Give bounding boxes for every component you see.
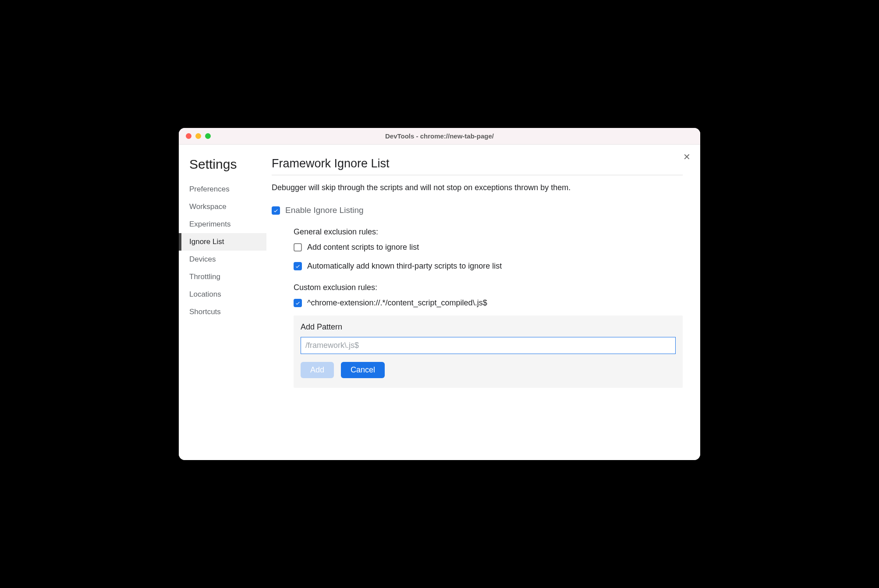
- sidebar-item-ignore-list[interactable]: Ignore List: [179, 233, 266, 251]
- enable-ignore-listing-checkbox[interactable]: [272, 206, 280, 215]
- enable-ignore-listing-label: Enable Ignore Listing: [285, 205, 364, 215]
- general-rules-heading: General exclusion rules:: [294, 227, 683, 237]
- pattern-button-row: Add Cancel: [301, 362, 676, 378]
- page-description: Debugger will skip through the scripts a…: [272, 183, 683, 192]
- sidebar-item-experiments[interactable]: Experiments: [179, 216, 266, 233]
- window-zoom-icon[interactable]: [205, 133, 211, 139]
- pattern-input[interactable]: [301, 337, 676, 354]
- check-icon: [295, 300, 301, 306]
- cancel-button[interactable]: Cancel: [341, 362, 385, 378]
- add-pattern-title: Add Pattern: [301, 322, 676, 332]
- checkbox-checked-icon[interactable]: [294, 262, 302, 270]
- custom-rule-label: ^chrome-extension://.*/content_script_co…: [307, 298, 487, 308]
- add-pattern-panel: Add Pattern Add Cancel: [294, 315, 683, 388]
- window-title: DevTools - chrome://new-tab-page/: [179, 132, 700, 140]
- custom-rules-heading: Custom exclusion rules:: [294, 283, 683, 292]
- check-icon: [273, 208, 279, 213]
- sidebar-item-locations[interactable]: Locations: [179, 286, 266, 303]
- general-rule-row[interactable]: Automatically add known third-party scri…: [294, 262, 683, 271]
- page-title: Framework Ignore List: [272, 157, 683, 170]
- settings-sidebar: Settings PreferencesWorkspaceExperiments…: [179, 145, 266, 460]
- settings-body: ✕ Settings PreferencesWorkspaceExperimen…: [179, 145, 700, 460]
- general-rule-label: Automatically add known third-party scri…: [307, 262, 502, 271]
- general-rule-row[interactable]: Add content scripts to ignore list: [294, 243, 683, 252]
- checkbox-unchecked-icon[interactable]: [294, 243, 302, 251]
- sidebar-item-workspace[interactable]: Workspace: [179, 198, 266, 216]
- settings-main: Framework Ignore List Debugger will skip…: [266, 145, 700, 460]
- sidebar-item-preferences[interactable]: Preferences: [179, 181, 266, 198]
- general-rule-label: Add content scripts to ignore list: [307, 243, 419, 252]
- check-icon: [295, 263, 301, 269]
- enable-ignore-listing-row[interactable]: Enable Ignore Listing: [272, 205, 683, 215]
- close-settings-button[interactable]: ✕: [683, 152, 691, 161]
- window-minimize-icon[interactable]: [195, 133, 201, 139]
- add-button[interactable]: Add: [301, 362, 334, 378]
- titlebar: DevTools - chrome://new-tab-page/: [179, 128, 700, 145]
- settings-heading: Settings: [179, 157, 266, 172]
- window-close-icon[interactable]: [186, 133, 191, 139]
- checkbox-checked-icon[interactable]: [294, 299, 302, 307]
- sidebar-item-devices[interactable]: Devices: [179, 251, 266, 268]
- devtools-window: DevTools - chrome://new-tab-page/ ✕ Sett…: [179, 128, 700, 460]
- divider: [272, 175, 683, 175]
- window-controls: [179, 133, 211, 139]
- custom-rule-row[interactable]: ^chrome-extension://.*/content_script_co…: [294, 298, 683, 308]
- sidebar-item-throttling[interactable]: Throttling: [179, 268, 266, 286]
- sidebar-item-shortcuts[interactable]: Shortcuts: [179, 303, 266, 321]
